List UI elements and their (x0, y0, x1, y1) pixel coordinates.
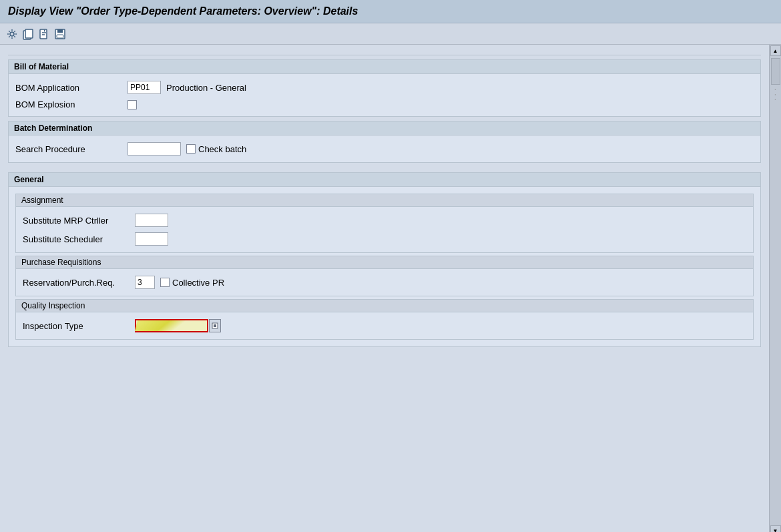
scroll-dots: · · · (772, 89, 779, 101)
page-title: Display View "Order Type-Dependent Param… (8, 5, 358, 17)
scroll-down-btn[interactable]: ▼ (770, 525, 781, 532)
bill-of-material-header: Bill of Material (8, 59, 761, 73)
purchase-req-body: Reservation/Purch.Req. Collective PR (15, 268, 754, 296)
toolbar-new-icon[interactable] (37, 27, 51, 41)
toolbar-save-icon[interactable] (53, 27, 67, 41)
substitute-scheduler-label: Substitute Scheduler (23, 234, 129, 244)
search-procedure-row: Search Procedure Check batch (15, 140, 754, 158)
substitute-mrp-input[interactable] (135, 214, 168, 227)
collective-pr-label: Collective PR (172, 278, 224, 288)
substitute-mrp-row: Substitute MRP Ctrller (23, 211, 746, 230)
main-content: Bill of Material BOM Application Product… (0, 45, 781, 532)
purchase-req-header: Purchase Requisitions (15, 256, 754, 268)
inspection-type-row: Inspection Type (23, 316, 746, 335)
inspection-type-wrapper (135, 319, 221, 332)
assignment-body: Substitute MRP Ctrller Substitute Schedu… (15, 206, 754, 253)
bill-of-material-section: Bill of Material BOM Application Product… (8, 59, 761, 117)
right-scrollbar[interactable]: ▲ · · · ▼ (769, 45, 781, 532)
inspection-type-label: Inspection Type (23, 321, 129, 331)
collective-pr-checkbox[interactable] (160, 278, 170, 287)
toolbar-copy-icon[interactable] (21, 27, 35, 41)
toolbar-config-icon[interactable] (5, 27, 19, 41)
check-batch-container: Check batch (186, 144, 246, 154)
inspection-type-input[interactable] (135, 319, 208, 332)
section-spacer (8, 167, 761, 172)
bom-application-input[interactable] (127, 81, 161, 94)
substitute-mrp-label: Substitute MRP Ctrller (23, 216, 129, 226)
svg-point-0 (10, 32, 14, 36)
search-procedure-input[interactable] (127, 142, 181, 156)
inspection-type-btn[interactable] (209, 319, 221, 332)
search-procedure-label: Search Procedure (15, 144, 122, 154)
batch-determination-section: Batch Determination Search Procedure Che… (8, 121, 761, 163)
general-body: Assignment Substitute MRP Ctrller Substi… (8, 186, 761, 347)
bom-application-value: Production - General (166, 83, 246, 93)
svg-rect-2 (25, 29, 33, 38)
quality-inspection-header: Quality Inspection (15, 299, 754, 312)
substitute-scheduler-input[interactable] (135, 232, 168, 246)
assignment-header: Assignment (15, 194, 754, 206)
general-section: General Assignment Substitute MRP Ctrlle… (8, 172, 761, 347)
title-bar: Display View "Order Type-Dependent Param… (0, 0, 781, 23)
svg-rect-3 (40, 29, 47, 39)
check-batch-label: Check batch (198, 144, 246, 154)
reservation-row: Reservation/Purch.Req. Collective PR (23, 273, 746, 292)
bom-explosion-row: BOM Explosion (15, 97, 754, 112)
bom-application-row: BOM Application Production - General (15, 78, 754, 97)
bom-explosion-checkbox[interactable] (127, 100, 137, 109)
scroll-up-btn[interactable]: ▲ (770, 45, 781, 56)
scroll-grip[interactable] (771, 58, 780, 85)
substitute-scheduler-row: Substitute Scheduler (23, 230, 746, 248)
content-area: Bill of Material BOM Application Product… (0, 45, 769, 532)
batch-determination-header: Batch Determination (8, 121, 761, 135)
general-header: General (8, 172, 761, 186)
batch-determination-body: Search Procedure Check batch (8, 135, 761, 163)
inspection-highlight (135, 320, 208, 331)
top-spacer (8, 50, 761, 55)
bom-explosion-label: BOM Explosion (15, 99, 122, 109)
svg-rect-8 (214, 324, 216, 327)
reservation-label: Reservation/Purch.Req. (23, 278, 129, 288)
collective-pr-container: Collective PR (160, 278, 224, 288)
quality-inspection-body: Inspection Type (15, 312, 754, 340)
bill-of-material-body: BOM Application Production - General BOM… (8, 73, 761, 117)
check-batch-checkbox[interactable] (186, 144, 196, 154)
reservation-input[interactable] (135, 276, 155, 289)
bom-application-label: BOM Application (15, 83, 122, 93)
svg-rect-5 (57, 29, 63, 33)
toolbar (0, 23, 781, 45)
